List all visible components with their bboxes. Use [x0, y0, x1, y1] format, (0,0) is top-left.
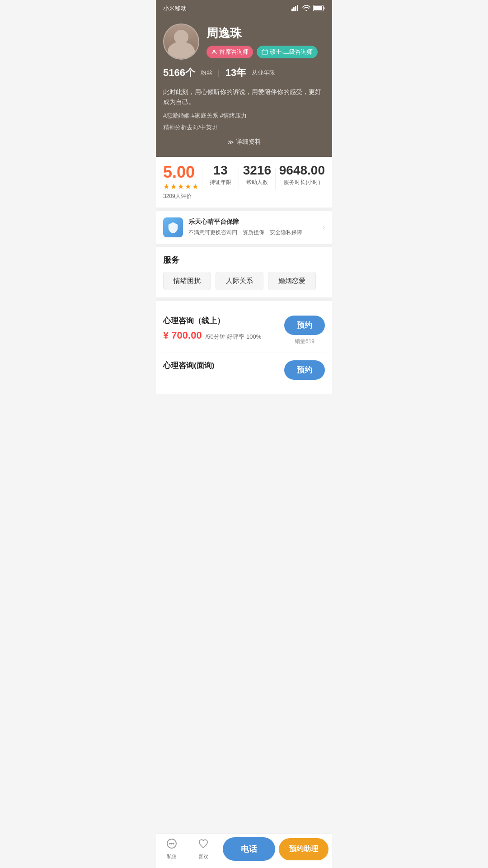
- profile-description: 此时此刻，用心倾听你的诉说，用爱陪伴你的感受，更好成为自己。: [163, 87, 325, 107]
- svg-rect-0: [291, 9, 293, 11]
- chevron-down-icon: ≫: [227, 138, 234, 146]
- cert-years-block: 13 持证年限: [206, 164, 235, 186]
- profile-name-block: 周逸珠 首席咨询师 硕士·二级咨询师: [206, 25, 318, 58]
- cert-years-label: 持证年限: [206, 179, 235, 186]
- consultation-left-offline: 心理咨询(面询): [163, 360, 214, 374]
- book-button-online[interactable]: 预约: [284, 316, 325, 335]
- svg-rect-7: [262, 50, 267, 54]
- profile-extra: 精神分析去向/中英班: [163, 123, 325, 132]
- guarantee-icon: [163, 217, 183, 237]
- consultation-right-offline: 预约: [284, 360, 325, 380]
- bottom-spacer: [156, 394, 332, 430]
- star-4: ★: [185, 182, 191, 191]
- guarantee-content: 乐天心晴平台保障 不满意可更换咨询四 资质担保 安全隐私保障: [188, 218, 317, 236]
- svg-rect-3: [297, 5, 298, 11]
- service-hours-label: 服务时长(小时): [279, 179, 325, 186]
- star-2: ★: [170, 182, 177, 191]
- service-tag-2[interactable]: 人际关系: [216, 272, 263, 290]
- status-icons: [291, 5, 325, 13]
- consultation-price-online: ¥ 700.00 /50分钟 好评率 100%: [163, 330, 261, 341]
- detail-link[interactable]: ≫ 详细资料: [163, 138, 325, 146]
- stats-divider: |: [218, 68, 220, 78]
- star-5: ★: [192, 182, 198, 191]
- service-tag-3[interactable]: 婚姻恋爱: [268, 272, 316, 290]
- guarantee-title: 乐天心晴平台保障: [188, 218, 317, 226]
- status-bar: 小米移动: [156, 0, 332, 16]
- rating-score: 5.00: [163, 164, 198, 180]
- consultation-section: 心理咨询（线上） ¥ 700.00 /50分钟 好评率 100% 预约 销量61…: [156, 301, 332, 394]
- carrier-text: 小米移动: [163, 5, 187, 13]
- service-tag-1[interactable]: 情绪困扰: [163, 272, 211, 290]
- divider-2: [239, 168, 239, 190]
- service-tags: 情绪困扰 人际关系 婚姻恋爱: [163, 272, 325, 290]
- avatar-image: [164, 24, 198, 60]
- sales-count-online: 销量619: [295, 338, 314, 345]
- service-hours-value: 9648.00: [279, 164, 325, 177]
- profile-name: 周逸珠: [206, 25, 318, 41]
- years-count: 13年: [225, 66, 246, 80]
- book-button-offline[interactable]: 预约: [284, 360, 325, 380]
- consultation-item-offline: 心理咨询(面询) 预约: [163, 353, 325, 387]
- consultation-title-offline: 心理咨询(面询): [163, 360, 214, 371]
- profile-tags: #恋爱婚姻 #家庭关系 #情绪压力: [163, 112, 325, 120]
- fans-label: 粉丝: [201, 69, 212, 77]
- guarantee-items: 不满意可更换咨询四 资质担保 安全隐私保障: [188, 229, 317, 236]
- star-1: ★: [163, 182, 169, 191]
- avatar: [163, 24, 199, 60]
- star-3: ★: [178, 182, 184, 191]
- cert-years-value: 13: [206, 164, 235, 177]
- guarantee-item-1: 不满意可更换咨询四: [188, 229, 237, 236]
- rating-section: 5.00 ★ ★ ★ ★ ★ 3209人评价 13 持证年限 3216 帮助人数…: [156, 157, 332, 211]
- review-count: 3209人评价: [163, 193, 198, 200]
- divider-3: [275, 168, 276, 190]
- consultation-item-online: 心理咨询（线上） ¥ 700.00 /50分钟 好评率 100% 预约 销量61…: [163, 308, 325, 353]
- service-hours-block: 9648.00 服务时长(小时): [279, 164, 325, 186]
- battery-icon: [313, 5, 325, 13]
- consultation-right-online: 预约 销量619: [284, 316, 325, 345]
- profile-section: 周逸珠 首席咨询师 硕士·二级咨询师: [156, 16, 332, 157]
- guarantee-item-3: 安全隐私保障: [270, 229, 302, 236]
- svg-rect-2: [295, 6, 296, 11]
- svg-rect-5: [314, 6, 322, 10]
- badges: 首席咨询师 硕士·二级咨询师: [206, 46, 318, 58]
- consultation-title-online: 心理咨询（线上）: [163, 316, 261, 326]
- price-value-online: ¥ 700.00: [163, 330, 202, 341]
- profile-top: 周逸珠 首席咨询师 硕士·二级咨询师: [163, 24, 325, 60]
- svg-rect-1: [293, 7, 295, 11]
- divider-1: [202, 168, 202, 190]
- price-meta-online: /50分钟 好评率 100%: [206, 333, 262, 341]
- years-label: 从业年限: [252, 69, 275, 77]
- stars: ★ ★ ★ ★ ★: [163, 182, 198, 191]
- fans-count: 5166个: [163, 66, 195, 80]
- help-count-value: 3216: [243, 164, 272, 177]
- badge-degree: 硕士·二级咨询师: [257, 46, 318, 58]
- rating-block: 5.00 ★ ★ ★ ★ ★ 3209人评价: [163, 164, 198, 200]
- services-section: 服务 情绪困扰 人际关系 婚姻恋爱: [156, 247, 332, 301]
- help-count-label: 帮助人数: [243, 179, 272, 186]
- consultation-left-online: 心理咨询（线上） ¥ 700.00 /50分钟 好评率 100%: [163, 316, 261, 341]
- guarantee-item-2: 资质担保: [243, 229, 264, 236]
- badge-chief: 首席咨询师: [206, 46, 253, 58]
- guarantee-section[interactable]: 乐天心晴平台保障 不满意可更换咨询四 资质担保 安全隐私保障 ›: [156, 211, 332, 247]
- stats-row: 5166个 粉丝 | 13年 从业年限: [163, 66, 325, 80]
- wifi-icon: [302, 5, 310, 13]
- help-count-block: 3216 帮助人数: [243, 164, 272, 186]
- arrow-icon: ›: [323, 223, 325, 231]
- signal-icon: [291, 5, 300, 13]
- services-title: 服务: [163, 255, 325, 265]
